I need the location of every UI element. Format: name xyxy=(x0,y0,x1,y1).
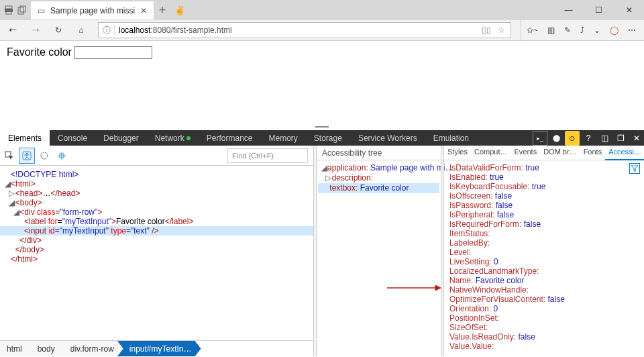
svg-point-8 xyxy=(41,152,48,159)
page-content: Favorite color xyxy=(0,41,644,123)
dom-tree[interactable]: <!DOCTYPE html> ◢<html> ▷<head>…</head> … xyxy=(0,166,313,340)
tab-console[interactable]: Console xyxy=(50,130,95,146)
tab-service-workers[interactable]: Service Workers xyxy=(350,130,425,146)
crumb-div[interactable]: div.form-row xyxy=(58,341,123,356)
site-info-icon[interactable]: ⓘ xyxy=(99,25,115,36)
back-button[interactable]: 🠐 xyxy=(3,21,23,40)
reading-list-icon[interactable]: ▥ xyxy=(547,26,555,35)
color-picker-icon[interactable] xyxy=(36,148,52,164)
favorite-color-input[interactable] xyxy=(74,46,152,59)
find-input[interactable]: Find (Ctrl+F) xyxy=(227,148,308,163)
accessibility-tree[interactable]: ◢application: Sample page with mi… ▷desc… xyxy=(317,160,441,196)
crumb-html[interactable]: html xyxy=(0,341,32,356)
feedback-icon[interactable]: ☺ xyxy=(565,131,580,146)
rtab-dom[interactable]: DOM br… xyxy=(540,146,580,160)
forward-button[interactable]: 🠒 xyxy=(25,21,46,40)
page-icon: ▭ xyxy=(38,6,45,15)
elements-toolbar: Find (Ctrl+F) xyxy=(0,146,313,166)
property-row: ItemStatus: xyxy=(449,229,639,238)
tab-elements[interactable]: Elements xyxy=(0,130,50,146)
pocket-icon[interactable]: ⌄ xyxy=(594,26,600,35)
right-panel: Styles Comput… Events DOM br… Fonts Acce… xyxy=(444,146,644,356)
devtools-tabs: Elements Console Debugger Network Perfor… xyxy=(0,130,644,146)
property-row: IsKeyboardFocusable: true xyxy=(449,182,639,191)
property-row: IsPeripheral: false xyxy=(449,210,639,219)
favorite-color-label: Favorite color xyxy=(7,46,72,58)
tab-debugger[interactable]: Debugger xyxy=(95,130,147,146)
accessibility-properties[interactable]: IsDataValidForForm: trueIsEnabled: trueI… xyxy=(444,160,644,356)
undock-icon[interactable]: ❐ xyxy=(613,131,628,146)
svg-point-7 xyxy=(26,152,28,154)
tab-performance[interactable]: Performance xyxy=(199,130,261,146)
rtab-styles[interactable]: Styles xyxy=(444,146,471,160)
favorites-icon[interactable]: ✩~ xyxy=(527,26,538,35)
rtab-fonts[interactable]: Fonts xyxy=(580,146,606,160)
accessibility-tree-panel: Accessibility tree ◢application: Sample … xyxy=(317,146,441,356)
tab-close-icon[interactable]: ✕ xyxy=(140,6,147,15)
tab-emulation[interactable]: Emulation xyxy=(425,130,477,146)
breadcrumb: html body div.form-row input#myTextIn… xyxy=(0,340,313,356)
property-row: LabeledBy: xyxy=(449,238,639,248)
titlebar-left xyxy=(0,5,27,15)
refresh-button[interactable]: ↻ xyxy=(48,21,68,40)
devtools-drag-handle[interactable] xyxy=(0,123,644,130)
property-row: LiveSetting: 0 xyxy=(449,257,639,266)
more-icon[interactable]: ⋯ xyxy=(628,26,636,35)
property-row: IsDataValidForForm: true xyxy=(449,163,639,172)
highlight-icon[interactable] xyxy=(54,148,70,164)
minimize-button[interactable]: — xyxy=(553,0,584,20)
rtab-computed[interactable]: Comput… xyxy=(471,146,511,160)
devtools-body: Find (Ctrl+F) <!DOCTYPE html> ◢<html> ▷<… xyxy=(0,146,644,356)
dock-icon[interactable]: ◫ xyxy=(597,131,612,146)
accessibility-tree-icon[interactable] xyxy=(19,148,35,164)
browser-toolbar: 🠐 🠒 ↻ ⌂ ⓘ localhost:8080/first-sample.ht… xyxy=(0,20,644,41)
urlbar-right: ▯▯ ☆ xyxy=(482,26,511,35)
new-tab-button[interactable]: + xyxy=(154,3,171,17)
notes-icon[interactable]: ✎ xyxy=(564,26,571,35)
browser-tab[interactable]: ▭ Sample page with missi ✕ xyxy=(31,1,154,19)
console-drawer-icon[interactable]: ▸_ xyxy=(533,131,547,146)
select-element-icon[interactable] xyxy=(1,148,17,164)
tab-title: Sample page with missi xyxy=(50,6,135,15)
rtab-events[interactable]: Events xyxy=(511,146,541,160)
selected-acc-node: textbox: Favorite color xyxy=(318,183,439,193)
rtab-accessibility[interactable]: Accessi… xyxy=(605,146,644,160)
close-devtools-icon[interactable]: ✕ xyxy=(629,131,644,146)
tab-storage[interactable]: Storage xyxy=(306,130,350,146)
errors-icon[interactable]: ⬤ xyxy=(549,131,564,146)
extension-icon[interactable]: ◯ xyxy=(610,26,619,35)
close-window-button[interactable]: ✕ xyxy=(614,0,644,20)
property-row: Orientation: 0 xyxy=(449,304,639,313)
favorite-icon[interactable]: ☆ xyxy=(498,26,505,35)
property-row: Name: Favorite color xyxy=(449,276,639,285)
property-row: OptimizeForVisualContent: false xyxy=(449,295,639,304)
property-row: IsPassword: false xyxy=(449,201,639,210)
copy-icon[interactable] xyxy=(17,5,27,15)
title-bar: ▭ Sample page with missi ✕ + ✌ — ☐ ✕ xyxy=(0,0,644,20)
filter-icon[interactable] xyxy=(629,163,640,174)
property-row: LocalizedLandmarkType: xyxy=(449,266,639,276)
property-row: IsEnabled: true xyxy=(449,172,639,182)
svg-rect-4 xyxy=(20,6,25,12)
right-panel-tabs: Styles Comput… Events DOM br… Fonts Acce… xyxy=(444,146,644,160)
svg-rect-0 xyxy=(5,6,12,9)
property-row: NativeWindowHandle: xyxy=(449,285,639,295)
property-row: PositionInSet: xyxy=(449,313,639,323)
property-row: SizeOfSet: xyxy=(449,323,639,332)
tab-memory[interactable]: Memory xyxy=(261,130,306,146)
tab-chevron-icon[interactable]: ✌ xyxy=(171,5,189,15)
home-button[interactable]: ⌂ xyxy=(71,21,91,40)
print-icon[interactable] xyxy=(4,5,13,15)
accessibility-tree-header: Accessibility tree xyxy=(317,146,441,160)
share-icon[interactable]: ⤴ xyxy=(580,26,584,35)
help-icon[interactable]: ? xyxy=(581,131,596,146)
property-row: Value.Value: xyxy=(449,342,639,351)
tab-network[interactable]: Network xyxy=(147,130,199,146)
url-bar[interactable]: ⓘ localhost:8080/first-sample.html ▯▯ ☆ xyxy=(98,22,511,38)
elements-panel: Find (Ctrl+F) <!DOCTYPE html> ◢<html> ▷<… xyxy=(0,146,313,356)
url-text: localhost:8080/first-sample.html xyxy=(115,26,236,35)
reading-view-icon[interactable]: ▯▯ xyxy=(482,26,491,35)
crumb-input[interactable]: input#myTextIn… xyxy=(117,341,201,356)
window-controls: — ☐ ✕ xyxy=(553,0,644,20)
maximize-button[interactable]: ☐ xyxy=(584,0,614,20)
